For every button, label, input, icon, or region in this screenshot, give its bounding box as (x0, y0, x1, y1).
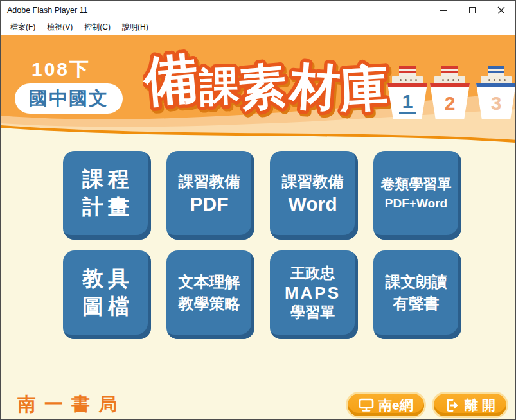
subject-pill: 國中國文 (15, 83, 123, 114)
maximize-icon (469, 7, 476, 13)
tile-label: PDF (179, 193, 240, 216)
boat-volume-3[interactable]: 3 (476, 66, 516, 121)
tile-label: 文本理解 (179, 271, 240, 293)
title-char: 素 (236, 58, 289, 116)
svg-text:備 課 素: 備 課 素 材 庫 (143, 47, 390, 117)
tile-label: Word (282, 193, 344, 216)
close-button[interactable] (486, 1, 515, 20)
nan-e-web-button[interactable]: 南e網 (348, 394, 424, 416)
menubar: 檔案(F) 檢視(V) 控制(C) 說明(H) (1, 20, 515, 35)
tile-label: MAPS (285, 283, 341, 304)
tile-textbook-pdf[interactable]: 課習教備 PDF (166, 151, 254, 240)
boat-deck-icon (392, 76, 423, 84)
flash-player-window: Adobe Flash Player 11 檔案(F) 檢視(V) 控制(C) … (0, 0, 516, 420)
flash-stage: 108下 國中國文 備 課 素 材 庫 1 (1, 35, 515, 419)
boat-volume-1[interactable]: 1 (387, 66, 427, 121)
tile-label: 教具 (78, 265, 134, 293)
menu-view[interactable]: 檢視(V) (41, 21, 78, 34)
tile-maps-worksheets[interactable]: 王政忠 MAPS 學習單 (270, 250, 358, 339)
minimize-icon (440, 10, 447, 11)
nan-e-web-label: 南e網 (378, 396, 413, 414)
window-controls (429, 1, 515, 20)
exit-label: 離 開 (465, 396, 495, 414)
minimize-button[interactable] (429, 1, 458, 20)
tile-text-comprehension-strategy[interactable]: 文本理解 教學策略 (166, 250, 254, 339)
app-title: 備 課 素 材 庫 (143, 41, 395, 122)
tile-worksheets-pdf-word[interactable]: 卷類學習單 PDF+Word (373, 151, 461, 240)
tile-label: 課文朗讀 (386, 271, 447, 293)
tile-label: 計畫 (78, 193, 134, 221)
boat-deck-icon (481, 76, 512, 84)
title-char: 課 (198, 64, 240, 109)
title-char: 材 (287, 57, 342, 116)
boat-deck-icon (434, 76, 465, 84)
tile-label: 王政忠 (285, 264, 341, 283)
boat-hull-icon: 2 (430, 83, 470, 119)
semester-label: 108下 (31, 57, 91, 83)
tile-label: 卷類學習單 (381, 174, 452, 195)
tile-label: 有聲書 (386, 293, 447, 315)
boat-hull-icon: 3 (476, 83, 516, 119)
boat-number: 1 (399, 92, 416, 114)
title-char: 庫 (337, 60, 389, 117)
boat-hull-icon: 1 (387, 83, 427, 119)
tile-label: 教學策略 (179, 293, 240, 315)
window-title: Adobe Flash Player 11 (7, 6, 88, 15)
boat-number: 2 (445, 94, 456, 113)
boat-number: 3 (491, 94, 502, 113)
monitor-icon (359, 398, 374, 412)
tile-textbook-word[interactable]: 課習教備 Word (270, 151, 358, 240)
boat-volume-2[interactable]: 2 (430, 66, 470, 121)
tile-label: 學習單 (285, 303, 341, 322)
publisher-logo: 南一書局 (17, 392, 125, 417)
menu-file[interactable]: 檔案(F) (4, 21, 41, 34)
titlebar: Adobe Flash Player 11 (1, 1, 515, 20)
tile-label: 課習教備 (179, 171, 240, 193)
tile-text-audio-book[interactable]: 課文朗讀 有聲書 (373, 250, 461, 339)
maximize-button[interactable] (458, 1, 486, 20)
tile-curriculum-plan[interactable]: 課程 計畫 (63, 151, 151, 240)
close-icon (497, 6, 505, 14)
tile-label: 課習教備 (282, 171, 344, 193)
tile-label: PDF+Word (381, 195, 452, 213)
exit-button[interactable]: 離 開 (434, 394, 506, 416)
title-char: 備 (143, 47, 200, 112)
tile-label: 圖檔 (78, 293, 134, 320)
menu-help[interactable]: 說明(H) (116, 21, 154, 34)
tile-label: 課程 (78, 166, 134, 193)
menu-control[interactable]: 控制(C) (78, 21, 116, 34)
tile-teaching-aid-images[interactable]: 教具 圖檔 (63, 250, 151, 339)
exit-icon (445, 398, 460, 413)
